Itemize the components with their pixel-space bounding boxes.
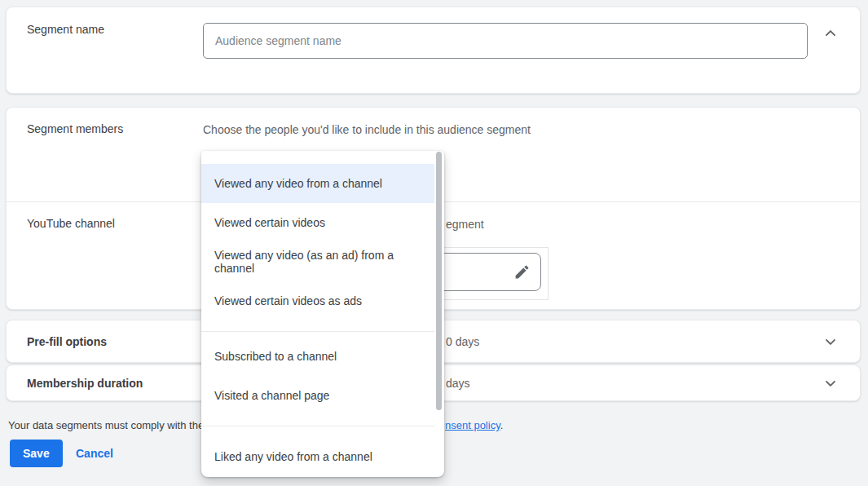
prefill-options-label: Pre-fill options <box>27 335 107 348</box>
segment-members-description: Choose the people you'd like to include … <box>203 123 531 136</box>
expand-prefill-button[interactable] <box>821 332 840 351</box>
cancel-button[interactable]: Cancel <box>76 440 113 467</box>
dropdown-group-viewed: Viewed any video from a channel Viewed c… <box>201 151 444 327</box>
chevron-up-icon <box>822 25 839 42</box>
dropdown-option[interactable]: Viewed certain videos as ads <box>201 281 434 320</box>
dropdown-group-divider <box>201 426 434 426</box>
dropdown-option[interactable]: Liked any video from a channel <box>201 437 434 476</box>
expand-membership-button[interactable] <box>821 373 840 393</box>
youtube-channel-label: YouTube channel <box>27 217 115 230</box>
dropdown-option[interactable]: Viewed certain videos <box>201 203 434 242</box>
dropdown-group-liked: Liked any video from a channel <box>201 431 444 483</box>
dropdown-option[interactable]: Viewed any video from a channel <box>201 164 434 203</box>
dropdown-scrollbar-thumb[interactable] <box>436 152 442 410</box>
pencil-icon <box>513 263 531 281</box>
segment-members-dropdown: Viewed any video from a channel Viewed c… <box>201 151 444 477</box>
compliance-text: Your data segments must comply with the … <box>8 419 220 431</box>
membership-value-fragment: days <box>446 377 470 390</box>
policy-link-right-fragment[interactable]: nsent policy <box>445 419 500 431</box>
segment-name-card: Segment name <box>6 7 861 94</box>
compliance-text-right: nsent policy. <box>445 419 503 431</box>
segment-members-label: Segment members <box>27 122 123 135</box>
audience-segment-editor: Segment name Segment members Choose the … <box>0 0 868 486</box>
collapse-section-button[interactable] <box>821 24 840 43</box>
dropdown-group-divider <box>201 331 434 332</box>
youtube-channel-description-fragment: egment <box>446 218 484 231</box>
segment-name-input[interactable] <box>203 23 808 59</box>
save-button[interactable]: Save <box>10 440 63 467</box>
dropdown-group-subscribed: Subscribed to a channel Visited a channe… <box>201 337 444 422</box>
membership-duration-label: Membership duration <box>27 377 143 390</box>
chevron-down-icon <box>822 375 839 391</box>
chevron-down-icon <box>822 334 839 350</box>
prefill-value-fragment: 0 days <box>446 335 479 348</box>
segment-name-label: Segment name <box>27 23 104 36</box>
dropdown-option[interactable]: Visited a channel page <box>201 376 434 415</box>
dropdown-option[interactable]: Viewed any video (as an ad) from a chann… <box>201 242 434 281</box>
dropdown-option[interactable]: Subscribed to a channel <box>201 337 434 376</box>
